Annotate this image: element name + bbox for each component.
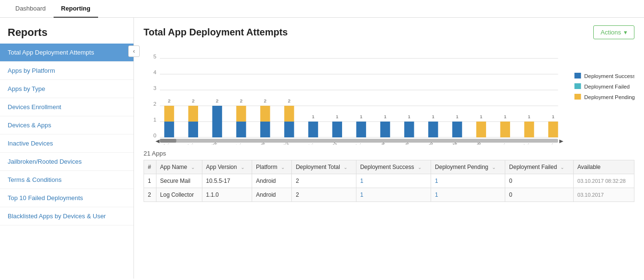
svg-text:1: 1 xyxy=(432,114,434,119)
svg-text:1: 1 xyxy=(552,114,555,119)
col-deployment-success[interactable]: Deployment Success ⌄ xyxy=(356,160,431,174)
svg-rect-35 xyxy=(308,122,318,137)
bar-chart: 0 1 2 3 4 5 2 Log Col... xyxy=(144,44,634,145)
col-deployment-pending[interactable]: Deployment Pending ⌄ xyxy=(431,160,505,174)
col-app-name[interactable]: App Name ⌄ xyxy=(156,160,202,174)
sidebar-item-terms-conditions[interactable]: Terms & Conditions xyxy=(0,171,133,189)
svg-rect-59 xyxy=(500,122,511,137)
cell-platform: Android xyxy=(252,188,292,202)
cell-app-name: Secure Mail xyxy=(156,174,202,188)
main-content: Total App Deployment Attempts Actions ▾ … xyxy=(134,18,644,279)
cell-deployment-pending[interactable]: 1 xyxy=(431,174,505,188)
svg-text:Deployment Failed: Deployment Failed xyxy=(584,84,630,90)
col-platform[interactable]: Platform ⌄ xyxy=(252,160,292,174)
cell-deployment-total: 2 xyxy=(292,174,356,188)
svg-rect-16 xyxy=(188,122,198,137)
svg-rect-20 xyxy=(212,106,222,137)
sidebar-item-inactive-devices[interactable]: Inactive Devices xyxy=(0,134,133,153)
cell-app-name: Log Collector xyxy=(156,188,202,202)
svg-rect-24 xyxy=(236,106,246,122)
svg-text:2: 2 xyxy=(288,99,291,103)
svg-rect-12 xyxy=(164,122,174,137)
sidebar-header: Reports xyxy=(0,18,133,44)
svg-rect-47 xyxy=(404,122,414,137)
svg-text:1: 1 xyxy=(528,114,531,119)
deployment-table: # App Name ⌄ App Version ⌄ Platform ⌄ De… xyxy=(144,160,634,202)
table-section: 21 Apps # App Name ⌄ App Version ⌄ Platf… xyxy=(134,146,644,279)
svg-rect-68 xyxy=(575,73,581,78)
svg-text:2: 2 xyxy=(192,99,195,103)
chevron-down-icon: ▾ xyxy=(624,29,627,36)
actions-button[interactable]: Actions ▾ xyxy=(593,25,634,39)
main-header: Total App Deployment Attempts Actions ▾ xyxy=(134,18,644,44)
svg-rect-17 xyxy=(188,106,198,122)
col-deployment-total[interactable]: Deployment Total ⌄ xyxy=(292,160,356,174)
svg-rect-75 xyxy=(160,139,176,143)
tab-reporting[interactable]: Reporting xyxy=(54,0,98,18)
svg-rect-23 xyxy=(236,122,246,137)
svg-text:1: 1 xyxy=(154,117,156,123)
cell-app-version: 1.1.0 xyxy=(202,188,252,202)
svg-text:2: 2 xyxy=(216,99,219,103)
sidebar-item-blacklisted-apps[interactable]: Blacklisted Apps by Devices & User xyxy=(0,207,133,225)
col-available: Available xyxy=(573,160,634,174)
svg-rect-28 xyxy=(260,106,270,122)
svg-text:1: 1 xyxy=(336,114,339,119)
svg-text:1: 1 xyxy=(360,114,363,119)
cell-deployment-failed: 0 xyxy=(505,174,574,188)
svg-rect-41 xyxy=(356,122,366,137)
sidebar-item-apps-by-type[interactable]: Apps by Type xyxy=(0,80,133,98)
svg-text:1: 1 xyxy=(312,114,315,119)
svg-rect-50 xyxy=(428,122,438,137)
cell-app-version: 10.5.5-17 xyxy=(202,174,252,188)
cell-deployment-success[interactable]: 1 xyxy=(356,188,431,202)
svg-text:0: 0 xyxy=(154,133,156,138)
svg-text:4: 4 xyxy=(154,70,156,75)
col-num: # xyxy=(144,160,156,174)
cell-num: 1 xyxy=(144,174,156,188)
svg-rect-32 xyxy=(284,106,294,122)
svg-rect-53 xyxy=(452,122,462,137)
svg-rect-31 xyxy=(284,122,294,137)
svg-text:1: 1 xyxy=(408,114,411,119)
cell-available: 03.10.2017 xyxy=(573,188,634,202)
svg-text:5: 5 xyxy=(154,54,156,59)
sidebar-item-devices-enrollment[interactable]: Devices Enrollment xyxy=(0,98,133,116)
svg-text:2: 2 xyxy=(154,101,156,107)
svg-rect-65 xyxy=(548,122,558,137)
svg-text:Deployment Success: Deployment Success xyxy=(584,74,634,79)
cell-available: 03.10.2017 08:32:28 xyxy=(573,174,634,188)
col-app-version[interactable]: App Version ⌄ xyxy=(202,160,252,174)
page-title: Total App Deployment Attempts xyxy=(144,27,288,38)
sidebar: Reports Total App Deployment Attempts Ap… xyxy=(0,18,134,279)
sidebar-item-jailbroken-devices[interactable]: Jailbroken/Rooted Devices xyxy=(0,153,133,171)
svg-text:◀: ◀ xyxy=(155,138,160,144)
svg-text:1: 1 xyxy=(480,114,483,119)
chart-area: 0 1 2 3 4 5 2 Log Col... xyxy=(134,44,644,146)
svg-rect-70 xyxy=(575,83,581,89)
tab-dashboard[interactable]: Dashboard xyxy=(8,0,54,18)
sidebar-item-devices-apps[interactable]: Devices & Apps xyxy=(0,116,133,134)
svg-rect-38 xyxy=(332,122,342,137)
cell-deployment-pending[interactable]: 1 xyxy=(431,188,505,202)
cell-deployment-success[interactable]: 1 xyxy=(356,174,431,188)
svg-text:3: 3 xyxy=(154,86,156,91)
cell-platform: Android xyxy=(252,174,292,188)
top-nav: Dashboard Reporting xyxy=(0,0,644,18)
svg-text:1: 1 xyxy=(456,114,459,119)
svg-text:2: 2 xyxy=(240,99,243,103)
sidebar-item-apps-by-platform[interactable]: Apps by Platform xyxy=(0,62,133,80)
apps-count: 21 Apps xyxy=(144,150,634,157)
table-row: 2 Log Collector 1.1.0 Android 2 1 1 0 03… xyxy=(144,188,634,202)
svg-rect-62 xyxy=(524,122,534,137)
svg-text:2: 2 xyxy=(264,99,266,103)
sidebar-collapse-button[interactable]: ‹ xyxy=(128,45,140,57)
col-deployment-failed[interactable]: Deployment Failed ⌄ xyxy=(505,160,574,174)
cell-deployment-total: 2 xyxy=(292,188,356,202)
svg-rect-13 xyxy=(164,106,174,122)
svg-rect-44 xyxy=(380,122,390,137)
cell-num: 2 xyxy=(144,188,156,202)
sidebar-item-total-app-deployment[interactable]: Total App Deployment Attempts xyxy=(0,44,133,62)
svg-text:Deployment Pending: Deployment Pending xyxy=(584,95,634,100)
sidebar-item-top10-failed[interactable]: Top 10 Failed Deployments xyxy=(0,189,133,207)
